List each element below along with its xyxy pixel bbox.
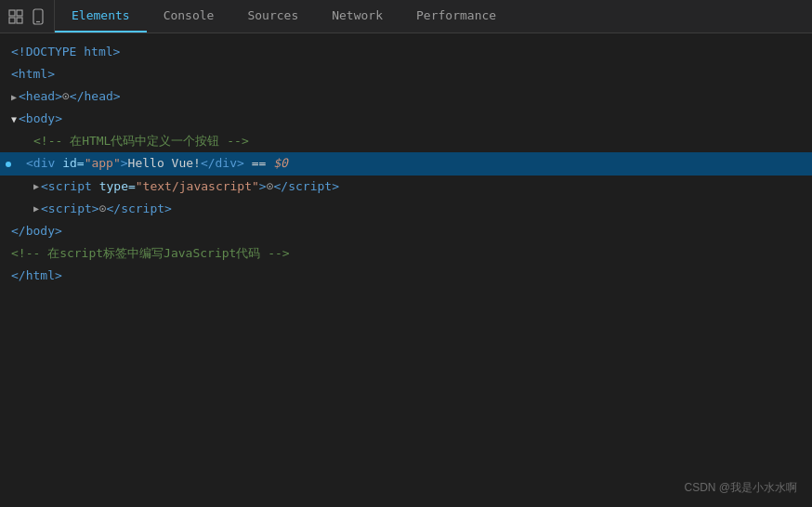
svg-rect-2 bbox=[17, 10, 22, 16]
line-div-selected[interactable]: <div id="app" > Hello Vue! </div> == $0 bbox=[0, 152, 812, 175]
devtools-toolbar: Elements Console Sources Network Perform… bbox=[0, 0, 812, 33]
toolbar-icon-group bbox=[0, 0, 55, 32]
expand-body-icon[interactable]: ▼ bbox=[11, 111, 17, 127]
cursor-icon[interactable] bbox=[7, 8, 24, 25]
svg-rect-3 bbox=[17, 18, 22, 23]
tab-console[interactable]: Console bbox=[147, 0, 231, 32]
elements-panel: <!DOCTYPE html> <html> ▶ <head>⊙</head> … bbox=[0, 33, 812, 507]
mobile-icon[interactable] bbox=[30, 8, 46, 25]
line-body-open: ▼ <body> bbox=[0, 108, 812, 130]
line-doctype: <!DOCTYPE html> bbox=[0, 41, 812, 63]
expand-script1-icon[interactable]: ▶ bbox=[33, 178, 39, 194]
expand-script2-icon[interactable]: ▶ bbox=[33, 201, 39, 216]
svg-rect-0 bbox=[9, 10, 15, 16]
line-html-open: <html> bbox=[0, 63, 812, 85]
watermark: CSDN @我是小水水啊 bbox=[684, 480, 797, 496]
line-head[interactable]: ▶ <head>⊙</head> bbox=[0, 85, 812, 108]
tab-sources[interactable]: Sources bbox=[230, 0, 315, 32]
tab-network[interactable]: Network bbox=[315, 0, 399, 32]
tab-list: Elements Console Sources Network Perform… bbox=[55, 0, 513, 32]
svg-rect-1 bbox=[9, 18, 15, 23]
line-comment-2: <!-- 在script标签中编写JavaScript代码 --> bbox=[0, 242, 812, 265]
dot-indicator bbox=[6, 162, 11, 167]
line-script-2[interactable]: ▶ <script>⊙</script> bbox=[0, 198, 812, 220]
tab-performance[interactable]: Performance bbox=[399, 0, 513, 32]
line-script-1[interactable]: ▶ <script type="text/javascript" >⊙</scr… bbox=[0, 176, 812, 198]
line-comment-1: <!-- 在HTML代码中定义一个按钮 --> bbox=[0, 130, 812, 152]
line-body-close: </body> bbox=[0, 220, 812, 242]
line-html-close: </html> bbox=[0, 265, 812, 287]
expand-head-icon[interactable]: ▶ bbox=[11, 89, 17, 105]
tab-elements[interactable]: Elements bbox=[55, 0, 147, 32]
